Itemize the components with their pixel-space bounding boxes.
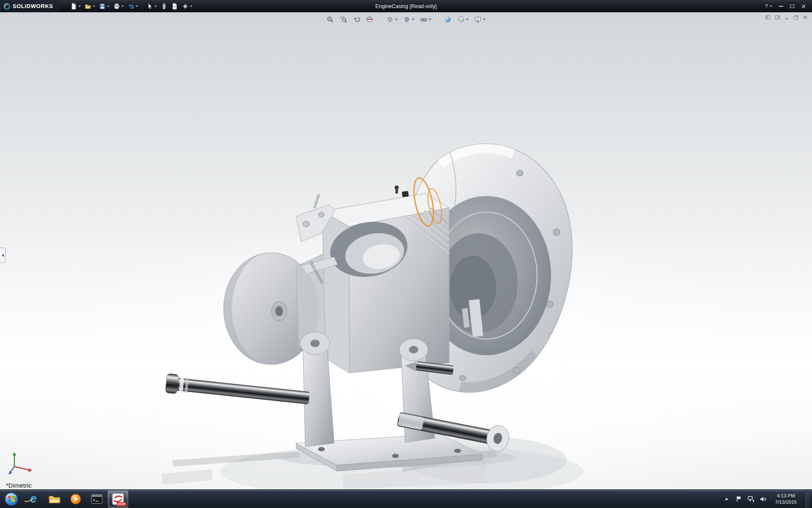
dropdown-caret-icon: [770, 6, 772, 7]
windows-start-orb-icon: [4, 492, 19, 506]
edit-appearance-button[interactable]: [443, 15, 453, 24]
apply-scene-button[interactable]: [456, 15, 469, 24]
print-button[interactable]: [112, 2, 126, 11]
close-document-button[interactable]: [803, 15, 808, 20]
zoom-to-fit-icon: [326, 16, 334, 23]
zoom-to-fit-button[interactable]: [326, 15, 335, 24]
save-icon: [99, 3, 106, 10]
cylinder-block[interactable]: [322, 193, 449, 373]
previous-view-button[interactable]: [352, 15, 361, 24]
section-view-button[interactable]: [365, 15, 374, 24]
media-player-icon: [70, 494, 81, 505]
minimize-document-button[interactable]: [784, 15, 789, 20]
minimize-button[interactable]: [779, 6, 783, 7]
collapse-arrow-icon: [2, 254, 4, 257]
graphics-viewport[interactable]: *Dimetric: [0, 12, 812, 489]
show-right-pane-button[interactable]: [775, 15, 780, 20]
cad-model[interactable]: [0, 12, 812, 489]
view-orientation-button[interactable]: [385, 15, 398, 24]
titlebar: SOLIDWORKS: [0, 0, 812, 12]
chevron-up-icon: [725, 498, 728, 500]
maximize-icon: [790, 5, 794, 8]
dropdown-caret-icon: [429, 19, 431, 20]
view-settings-button[interactable]: [473, 15, 486, 24]
dropdown-caret-icon: [154, 6, 157, 7]
dropdown-caret-icon: [121, 6, 124, 7]
file-properties-icon: [171, 3, 178, 10]
select-cursor-icon: [146, 3, 153, 10]
clock-time: 4:13 PM: [775, 493, 797, 499]
solidworks-version-badge: 2015: [117, 502, 126, 506]
close-document-icon: [803, 15, 808, 20]
dropdown-caret-icon: [190, 6, 192, 7]
3ds-logo-icon: [3, 3, 10, 10]
dropdown-caret-icon: [483, 19, 486, 20]
toolbar-divider: [142, 3, 143, 10]
options-button[interactable]: [180, 2, 194, 11]
help-button[interactable]: ?: [765, 3, 772, 9]
taskbar-media-player-button[interactable]: [66, 491, 86, 508]
feature-manager-collapse-tab[interactable]: [0, 248, 5, 263]
file-properties-button[interactable]: [170, 2, 180, 11]
reference-triad[interactable]: [8, 450, 36, 475]
taskbar-command-prompt-button[interactable]: [87, 491, 107, 508]
open-button[interactable]: [83, 2, 97, 11]
dropdown-caret-icon: [395, 19, 398, 20]
dropdown-caret-icon: [93, 6, 95, 7]
taskbar-solidworks-button[interactable]: 2015: [108, 491, 128, 508]
system-tray: 4:13 PM 7/13/2015: [723, 490, 812, 508]
options-gear-icon: [182, 3, 189, 10]
action-center-button[interactable]: [735, 495, 743, 503]
display-style-icon: [403, 16, 411, 23]
left-shaft[interactable]: [165, 373, 310, 408]
left-pane-icon: [765, 15, 771, 20]
action-center-flag-icon: [736, 496, 742, 502]
dropdown-caret-icon: [78, 6, 81, 7]
brand-name: SOLIDWORKS: [13, 3, 53, 9]
taskbar: e 2015: [0, 489, 812, 508]
dropdown-caret-icon: [412, 19, 414, 20]
dropdown-caret-icon: [136, 6, 138, 7]
help-label: ?: [765, 3, 768, 9]
new-document-button[interactable]: [69, 2, 82, 11]
restore-document-icon: [793, 15, 798, 20]
save-button[interactable]: [97, 2, 111, 11]
hide-show-items-button[interactable]: [419, 15, 432, 24]
undo-button[interactable]: [126, 2, 140, 11]
show-hidden-icons-button[interactable]: [723, 495, 730, 503]
minimize-icon: [779, 6, 783, 7]
show-desktop-button[interactable]: [805, 490, 809, 508]
volume-button[interactable]: [760, 495, 767, 503]
network-icon: [748, 496, 754, 502]
hide-show-glasses-icon: [420, 16, 428, 23]
view-orientation-cube-icon: [386, 16, 394, 23]
dropdown-caret-icon: [107, 6, 110, 7]
taskbar-internet-explorer-button[interactable]: e: [23, 491, 44, 508]
minimize-document-icon: [784, 15, 789, 20]
display-style-button[interactable]: [402, 15, 415, 24]
print-icon: [113, 3, 120, 10]
folder-icon: [49, 494, 60, 504]
window-controls: ?: [765, 3, 812, 9]
heads-up-view-toolbar: [326, 15, 486, 24]
clock-date: 7/13/2015: [775, 499, 797, 505]
undo-icon: [128, 3, 134, 10]
show-left-pane-button[interactable]: [765, 15, 771, 20]
network-status-button[interactable]: [747, 495, 755, 503]
open-folder-icon: [85, 3, 91, 10]
rebuild-button[interactable]: [159, 2, 169, 11]
taskbar-windows-explorer-button[interactable]: [44, 491, 65, 508]
top-fittings[interactable]: [395, 185, 409, 197]
quick-access-toolbar: [69, 2, 194, 11]
select-button[interactable]: [145, 2, 159, 11]
edit-appearance-sphere-icon: [444, 16, 452, 23]
zoom-to-area-button[interactable]: [339, 15, 348, 24]
close-button[interactable]: [801, 4, 806, 9]
taskbar-clock[interactable]: 4:13 PM 7/13/2015: [772, 493, 800, 505]
zoom-to-area-icon: [340, 16, 347, 23]
section-view-icon: [366, 16, 373, 23]
start-button[interactable]: [0, 490, 23, 508]
maximize-button[interactable]: [790, 5, 794, 8]
restore-document-button[interactable]: [793, 15, 798, 20]
apply-scene-icon: [457, 16, 465, 23]
